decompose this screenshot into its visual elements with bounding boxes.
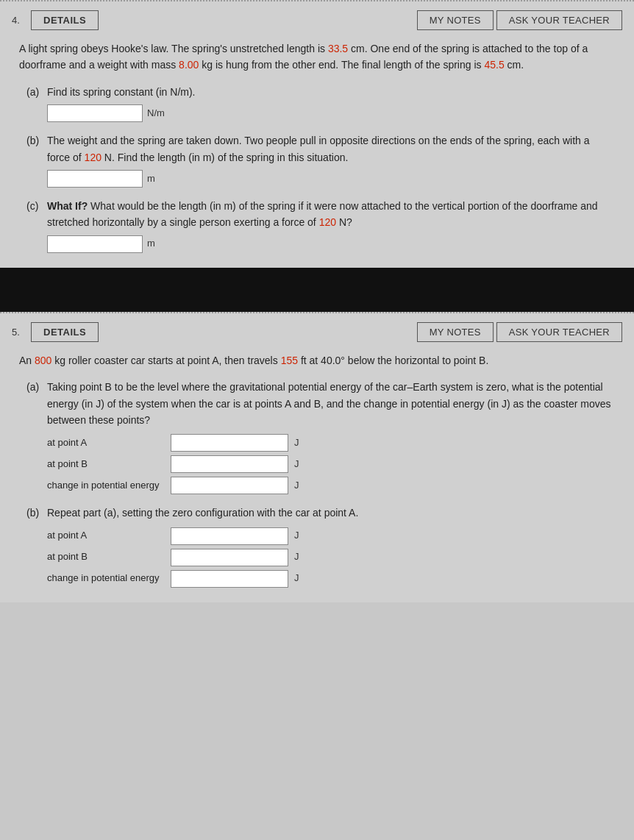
question-5-section: 5. DETAILS MY NOTES ASK YOUR TEACHER An … xyxy=(0,312,634,602)
part-5a-input-3[interactable] xyxy=(171,477,288,494)
part-c-input-row: m xyxy=(47,235,615,253)
part-5b-row-1: at point A J xyxy=(47,527,615,545)
part-b-input[interactable] xyxy=(47,170,143,188)
part-5b-input-3[interactable] xyxy=(171,570,288,588)
ask-teacher-button-5[interactable]: ASK YOUR TEACHER xyxy=(496,322,622,342)
details-button-4[interactable]: DETAILS xyxy=(31,10,99,30)
part-5a-row-2: at point B J xyxy=(47,455,615,473)
part-5a-unit-2: J xyxy=(294,457,299,472)
question-5-number: 5. xyxy=(12,327,24,338)
value-45-5: 45.5 xyxy=(484,59,504,71)
part-c-input[interactable] xyxy=(47,235,143,253)
part-b-unit: m xyxy=(147,171,155,187)
header-right-5: MY NOTES ASK YOUR TEACHER xyxy=(417,322,622,342)
question-4-intro: A light spring obeys Hooke's law. The sp… xyxy=(19,40,615,74)
question-4-section: 4. DETAILS MY NOTES ASK YOUR TEACHER A l… xyxy=(0,0,634,268)
part-b-text: The weight and the spring are taken down… xyxy=(47,132,615,165)
part-5b-label-3: change in potential energy xyxy=(47,571,165,586)
part-5b-input-1[interactable] xyxy=(171,527,288,545)
part-b-input-row: m xyxy=(47,170,615,188)
part-a-text: Find its spring constant (in N/m). xyxy=(47,84,196,100)
header-right-4: MY NOTES ASK YOUR TEACHER xyxy=(417,10,622,30)
part-c-unit: m xyxy=(147,236,155,252)
question-5-part-a: (a) Taking point B to be the level where… xyxy=(26,379,615,494)
part-c-text: What If? What would be the length (in m)… xyxy=(47,198,615,231)
what-if-label: What If? xyxy=(47,200,88,212)
my-notes-button-4[interactable]: MY NOTES xyxy=(417,10,494,30)
value-155: 155 xyxy=(281,355,298,366)
part-5a-input-2[interactable] xyxy=(171,455,288,473)
part-5a-input-1[interactable] xyxy=(171,434,288,452)
part-a-input[interactable] xyxy=(47,104,143,122)
question-5-body: An 800 kg roller coaster car starts at p… xyxy=(12,352,622,588)
part-5b-input-2[interactable] xyxy=(171,549,288,566)
part-5a-label-3: change in potential energy xyxy=(47,478,165,494)
part-a-unit: N/m xyxy=(147,106,165,121)
part-5b-row-3: change in potential energy J xyxy=(47,570,615,588)
part-5a-row-1: at point A J xyxy=(47,434,615,452)
value-8-00: 8.00 xyxy=(179,59,199,71)
part-5b-row-2: at point B J xyxy=(47,549,615,566)
question-5-header: 5. DETAILS MY NOTES ASK YOUR TEACHER xyxy=(12,322,622,342)
part-c-letter: (c) xyxy=(26,198,41,231)
ask-teacher-button-4[interactable]: ASK YOUR TEACHER xyxy=(496,10,622,30)
part-5a-inputs: at point A J at point B J change in pote… xyxy=(47,434,615,494)
part-5b-letter: (b) xyxy=(26,505,41,521)
my-notes-button-5[interactable]: MY NOTES xyxy=(417,322,494,342)
part-5b-unit-2: J xyxy=(294,549,299,565)
part-5b-label-1: at point A xyxy=(47,528,165,544)
black-divider xyxy=(0,268,634,312)
part-5b-text: Repeat part (a), setting the zero config… xyxy=(47,505,358,521)
part-b-letter: (b) xyxy=(26,132,41,165)
details-button-5[interactable]: DETAILS xyxy=(31,322,99,342)
question-4-part-c: (c) What If? What would be the length (i… xyxy=(26,198,615,253)
part-5a-text: Taking point B to be the level where the… xyxy=(47,379,615,428)
part-5b-inputs: at point A J at point B J change in pote… xyxy=(47,527,615,588)
part-a-input-row: N/m xyxy=(47,104,615,122)
part-5a-unit-3: J xyxy=(294,478,299,494)
part-5a-label-2: at point B xyxy=(47,457,165,472)
part-5b-unit-3: J xyxy=(294,571,299,586)
value-120-b: 120 xyxy=(85,152,101,163)
question-4-part-a: (a) Find its spring constant (in N/m). N… xyxy=(26,84,615,122)
part-a-letter: (a) xyxy=(26,84,41,100)
question-4-part-b: (b) The weight and the spring are taken … xyxy=(26,132,615,188)
part-5b-unit-1: J xyxy=(294,528,299,544)
part-5a-unit-1: J xyxy=(294,435,299,451)
part-5a-letter: (a) xyxy=(26,379,41,428)
question-5-part-b: (b) Repeat part (a), setting the zero co… xyxy=(26,505,615,587)
part-5a-row-3: change in potential energy J xyxy=(47,477,615,494)
part-5b-label-2: at point B xyxy=(47,549,165,565)
value-33-5: 33.5 xyxy=(328,43,348,54)
question-5-intro: An 800 kg roller coaster car starts at p… xyxy=(19,352,615,369)
value-800: 800 xyxy=(35,355,51,366)
question-4-number: 4. xyxy=(12,15,24,26)
question-4-header: 4. DETAILS MY NOTES ASK YOUR TEACHER xyxy=(12,10,622,30)
question-4-body: A light spring obeys Hooke's law. The sp… xyxy=(12,40,622,253)
value-120-c: 120 xyxy=(319,216,336,228)
part-5a-label-1: at point A xyxy=(47,435,165,451)
